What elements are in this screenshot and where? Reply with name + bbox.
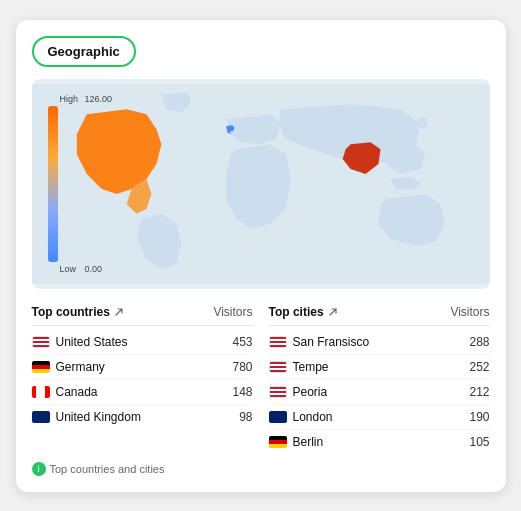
footer-note: i Top countries and cities xyxy=(32,462,490,476)
legend-gradient-bar xyxy=(48,106,58,262)
flag-us-2 xyxy=(269,336,287,348)
cities-header: Top cities Visitors xyxy=(269,301,490,326)
countries-external-link-icon[interactable] xyxy=(114,307,124,317)
table-row: United States 453 xyxy=(32,330,253,355)
flag-gb-2 xyxy=(269,411,287,423)
flag-gb-1 xyxy=(32,411,50,423)
table-row: Germany 780 xyxy=(32,355,253,380)
city-name-tempe: Tempe xyxy=(269,360,329,374)
flag-us-4 xyxy=(269,386,287,398)
tables-row: Top countries Visitors United States 453… xyxy=(32,301,490,454)
visitors-de: 780 xyxy=(232,360,252,374)
visitors-sf: 288 xyxy=(469,335,489,349)
world-map: High 126.00 Low 0.00 xyxy=(32,79,490,289)
table-row: San Fransisco 288 xyxy=(269,330,490,355)
table-row: Tempe 252 xyxy=(269,355,490,380)
city-name-berlin: Berlin xyxy=(269,435,324,449)
map-legend: High 126.00 Low 0.00 xyxy=(40,94,100,274)
cities-external-link-icon[interactable] xyxy=(328,307,338,317)
visitors-tempe: 252 xyxy=(469,360,489,374)
cities-title: Top cities xyxy=(269,305,338,319)
city-name-london: London xyxy=(269,410,333,424)
table-row: United Kingdom 98 xyxy=(32,405,253,429)
countries-header: Top countries Visitors xyxy=(32,301,253,326)
country-name-de: Germany xyxy=(32,360,105,374)
visitors-gb: 98 xyxy=(239,410,252,424)
country-name-gb: United Kingdom xyxy=(32,410,141,424)
visitors-ca: 148 xyxy=(232,385,252,399)
info-icon: i xyxy=(32,462,46,476)
top-cities-section: Top cities Visitors San Fransisco 288 Te… xyxy=(269,301,490,454)
svg-point-1 xyxy=(228,125,234,131)
world-map-svg xyxy=(32,79,490,289)
table-row: London 190 xyxy=(269,405,490,430)
main-card: Geographic High 126.00 Low 0.00 xyxy=(16,20,506,492)
flag-us-3 xyxy=(269,361,287,373)
tab-geographic[interactable]: Geographic xyxy=(32,36,136,67)
legend-low-value: 0.00 xyxy=(85,264,103,274)
flag-de-1 xyxy=(32,361,50,373)
countries-title: Top countries xyxy=(32,305,124,319)
top-countries-section: Top countries Visitors United States 453… xyxy=(32,301,253,454)
city-name-peoria: Peoria xyxy=(269,385,328,399)
flag-us-1 xyxy=(32,336,50,348)
city-name-sf: San Fransisco xyxy=(269,335,370,349)
tab-bar: Geographic xyxy=(32,36,490,67)
legend-high-value: 126.00 xyxy=(85,94,113,104)
visitors-peoria: 212 xyxy=(469,385,489,399)
visitors-us: 453 xyxy=(232,335,252,349)
cities-visitors-header: Visitors xyxy=(450,305,489,319)
legend-low-label: Low xyxy=(60,264,77,274)
countries-visitors-header: Visitors xyxy=(213,305,252,319)
table-row: Canada 148 xyxy=(32,380,253,405)
country-name-us: United States xyxy=(32,335,128,349)
visitors-london: 190 xyxy=(469,410,489,424)
table-row: Berlin 105 xyxy=(269,430,490,454)
table-row: Peoria 212 xyxy=(269,380,490,405)
visitors-berlin: 105 xyxy=(469,435,489,449)
legend-high-label: High xyxy=(60,94,79,104)
flag-de-2 xyxy=(269,436,287,448)
country-name-ca: Canada xyxy=(32,385,98,399)
flag-ca-1 xyxy=(32,386,50,398)
